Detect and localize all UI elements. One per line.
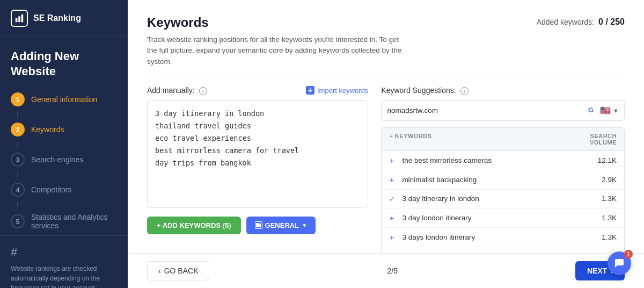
svg-rect-0 xyxy=(16,18,18,22)
added-keywords-info: Added keywords: 0 / 250 xyxy=(537,17,625,27)
keywords-column-header: + KEYWORDS xyxy=(389,133,568,146)
svg-rect-1 xyxy=(18,16,20,22)
sidebar-footer-text: Website rankings are checked automatical… xyxy=(11,264,117,288)
nav-label-3: Search engines xyxy=(31,155,83,164)
general-chevron-icon: ▼ xyxy=(302,222,307,228)
suggestion-keyword: 3 day london itinerary xyxy=(402,214,568,222)
plus-icon: + xyxy=(389,175,397,184)
nav-number-1: 1 xyxy=(11,92,25,106)
domain-chevron-icon: ▼ xyxy=(613,107,619,114)
manual-actions: + ADD KEYWORDS (5) GENERAL ▼ xyxy=(147,217,368,234)
nav-connector-2 xyxy=(17,142,18,147)
content-area: Keywords Track website ranking positions… xyxy=(128,0,644,253)
sidebar-item-keywords[interactable]: 2 Keywords xyxy=(0,117,128,142)
manual-label: Add manually: i xyxy=(147,86,207,95)
nav-label-1: General information xyxy=(31,95,97,104)
nav-number-3: 3 xyxy=(11,153,25,167)
suggestions-label: Keyword Suggestions: i xyxy=(381,86,468,95)
sidebar-logo: SE Ranking xyxy=(0,0,128,37)
page-description: Track website ranking positions for all … xyxy=(147,34,405,67)
sidebar-item-search-engines[interactable]: 3 Search engines xyxy=(0,147,128,172)
domain-text: nomadsrtw.com xyxy=(387,106,588,114)
suggestion-row[interactable]: + 3 days in london itinerary 1K xyxy=(382,247,624,253)
check-icon: ✓ xyxy=(389,195,397,203)
import-icon xyxy=(308,88,313,93)
footer-bar: ‹ GO BACK 2/5 NEXT › xyxy=(128,253,644,288)
page-header: Keywords Track website ranking positions… xyxy=(147,15,625,67)
suggestion-volume: 12.1K xyxy=(568,156,617,164)
nav-label-2: Keywords xyxy=(31,125,64,134)
import-link-icon xyxy=(306,86,314,95)
suggestions-table-header: + KEYWORDS SEARCH VOLUME xyxy=(382,128,624,151)
suggestion-keyword: 3 days london itinerary xyxy=(402,233,568,241)
added-keywords-count: 0 / 250 xyxy=(598,17,625,27)
manual-section: Add manually: i Import keywords 3 day it… xyxy=(147,86,368,253)
sidebar-item-competitors[interactable]: 4 Competitors xyxy=(0,177,128,202)
sidebar-footer: # Website rankings are checked automatic… xyxy=(0,235,128,288)
plus-icon: + xyxy=(389,213,397,222)
suggestion-volume: 1.3K xyxy=(568,195,617,203)
sidebar-item-general-information[interactable]: 1 General information xyxy=(0,87,128,112)
plus-icon: + xyxy=(389,156,397,165)
added-keywords-label: Added keywords: xyxy=(537,18,594,26)
plus-icon: + xyxy=(389,233,397,242)
sidebar-footer-hash: # xyxy=(11,246,117,260)
manual-header: Add manually: i Import keywords xyxy=(147,86,368,95)
sidebar-item-statistics-analytics[interactable]: 5 Statistics and Analytics services xyxy=(0,207,128,235)
domain-flags: G 🇺🇸 ▼ xyxy=(588,105,619,116)
two-column-layout: Add manually: i Import keywords 3 day it… xyxy=(147,86,625,253)
chat-icon xyxy=(614,258,625,269)
main-content: Keywords Track website ranking positions… xyxy=(128,0,644,288)
suggestion-row[interactable]: + 3 days london itinerary 1.3K xyxy=(382,228,624,247)
suggestion-rows: + the best mirrorless cameras 12.1K + mi… xyxy=(382,151,624,253)
domain-row[interactable]: nomadsrtw.com G 🇺🇸 ▼ xyxy=(381,100,625,121)
suggestions-table: + KEYWORDS SEARCH VOLUME + the best mirr… xyxy=(381,127,625,253)
suggestion-keyword: the best mirrorless cameras xyxy=(402,156,568,164)
chat-badge: 1 xyxy=(624,250,633,258)
sidebar: SE Ranking Adding New Website 1 General … xyxy=(0,0,128,288)
suggestions-section: Keyword Suggestions: i nomadsrtw.com G 🇺… xyxy=(381,86,625,253)
general-dropdown-button[interactable]: GENERAL ▼ xyxy=(246,217,316,234)
nav-number-2: 2 xyxy=(11,123,25,136)
nav-number-5: 5 xyxy=(11,214,25,228)
sidebar-title: Adding New Website xyxy=(0,37,128,87)
suggestion-volume: 1.3K xyxy=(568,233,617,241)
suggestion-keyword: minimalist backpacking xyxy=(402,176,568,184)
folder-icon xyxy=(255,221,262,229)
nav-connector-3 xyxy=(17,172,18,177)
suggestion-volume: 1.3K xyxy=(568,214,617,222)
chat-bubble[interactable]: 1 xyxy=(608,251,631,275)
nav-connector-4 xyxy=(17,202,18,207)
keywords-textarea[interactable]: 3 day itinerary in london thailand trave… xyxy=(147,100,368,208)
nav-label-5: Statistics and Analytics services xyxy=(31,213,117,230)
section-divider xyxy=(147,76,625,76)
bar-chart-icon xyxy=(14,13,24,23)
us-flag-icon: 🇺🇸 xyxy=(600,105,611,116)
back-chevron-icon: ‹ xyxy=(158,267,161,275)
page-title: Keywords xyxy=(147,15,405,30)
google-icon: G xyxy=(588,106,598,116)
import-keywords-link[interactable]: Import keywords xyxy=(306,86,368,95)
page-header-left: Keywords Track website ranking positions… xyxy=(147,15,405,67)
suggestion-keyword: 3 day itinerary in london xyxy=(402,195,568,203)
nav-number-4: 4 xyxy=(11,183,25,197)
volume-column-header: SEARCH VOLUME xyxy=(568,133,617,146)
suggestions-info-icon[interactable]: i xyxy=(460,87,469,95)
sidebar-nav: 1 General information 2 Keywords 3 Searc… xyxy=(0,87,128,235)
nav-connector-1 xyxy=(17,112,18,117)
page-indicator: 2/5 xyxy=(387,267,397,275)
folder-svg xyxy=(256,223,261,227)
suggestion-volume: 2.9K xyxy=(568,176,617,184)
suggestion-row[interactable]: + 3 day london itinerary 1.3K xyxy=(382,208,624,228)
logo-text: SE Ranking xyxy=(33,13,81,23)
suggestions-header-row: Keyword Suggestions: i xyxy=(381,86,625,95)
go-back-button[interactable]: ‹ GO BACK xyxy=(147,261,209,280)
suggestion-row[interactable]: + minimalist backpacking 2.9K xyxy=(382,170,624,190)
svg-rect-2 xyxy=(21,15,24,22)
suggestion-row[interactable]: + the best mirrorless cameras 12.1K xyxy=(382,151,624,170)
manual-info-icon[interactable]: i xyxy=(199,87,207,95)
logo-icon xyxy=(11,10,28,27)
add-keywords-button[interactable]: + ADD KEYWORDS (5) xyxy=(147,217,241,234)
nav-label-4: Competitors xyxy=(31,185,71,194)
suggestion-row[interactable]: ✓ 3 day itinerary in london 1.3K xyxy=(382,190,624,208)
